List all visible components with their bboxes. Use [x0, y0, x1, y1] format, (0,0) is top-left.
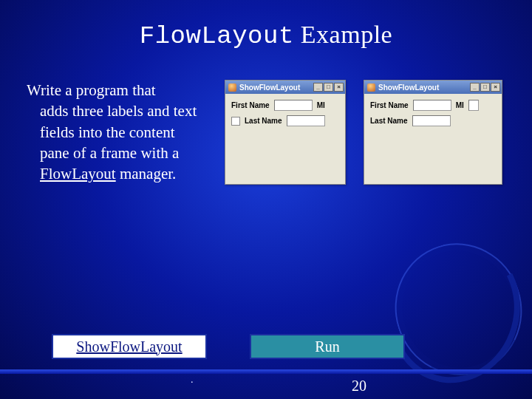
- window-example-1: ShowFlowLayout _ □ × First Name MI Last …: [225, 80, 346, 185]
- checkbox: [231, 117, 240, 126]
- description-text: Write a program that adds three labels a…: [27, 80, 207, 185]
- titlebar: ShowFlowLayout _ □ ×: [364, 81, 502, 94]
- window-title: ShowFlowLayout: [239, 83, 300, 92]
- first-name-field: [413, 100, 451, 111]
- close-icon: ×: [491, 83, 500, 92]
- button-row: ShowFlowLayout Run: [52, 334, 405, 359]
- showflowlayout-button[interactable]: ShowFlowLayout: [52, 334, 207, 359]
- title-rest: Example: [294, 21, 392, 48]
- java-icon: [367, 83, 375, 92]
- title-code: FlowLayout: [140, 22, 294, 50]
- minimize-icon: _: [470, 83, 480, 92]
- mi-field: [468, 100, 479, 111]
- window-example-2: ShowFlowLayout _ □ × First Name MI Last …: [364, 80, 502, 185]
- last-name-field: [287, 115, 325, 126]
- footer-dot: .: [191, 374, 194, 386]
- minimize-icon: _: [313, 83, 323, 92]
- mi-label: MI: [317, 101, 325, 109]
- page-number: 20: [352, 378, 366, 395]
- footer-divider: [0, 369, 532, 374]
- last-name-label: Last Name: [370, 117, 408, 125]
- first-name-label: First Name: [370, 101, 409, 109]
- content-area: Write a program that adds three labels a…: [0, 50, 532, 185]
- slide-title: FlowLayout Example: [0, 0, 532, 50]
- first-name-label: First Name: [231, 101, 270, 109]
- last-name-field: [412, 115, 451, 126]
- close-icon: ×: [334, 83, 344, 92]
- last-name-label: Last Name: [245, 117, 282, 125]
- window-title: ShowFlowLayout: [378, 83, 439, 92]
- titlebar: ShowFlowLayout _ □ ×: [225, 81, 345, 94]
- mi-label: MI: [456, 101, 464, 109]
- screenshots: ShowFlowLayout _ □ × First Name MI Last …: [225, 80, 502, 185]
- first-name-field: [274, 100, 313, 111]
- maximize-icon: □: [324, 83, 333, 92]
- maximize-icon: □: [480, 83, 490, 92]
- java-icon: [228, 83, 236, 92]
- run-button[interactable]: Run: [250, 334, 405, 359]
- flowlayout-link: FlowLayout: [40, 165, 116, 183]
